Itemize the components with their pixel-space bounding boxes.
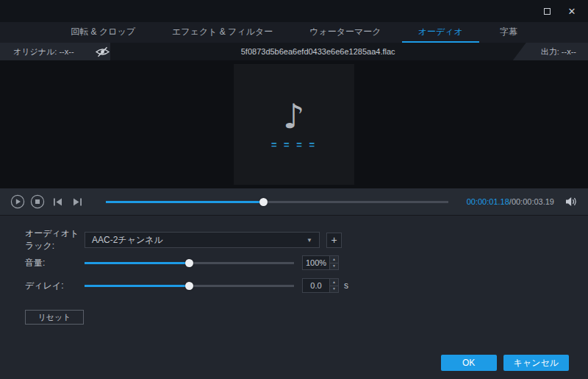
tab-bar: 回転 & クロップ エフェクト & フィルター ウォーターマーク オーディオ 字… bbox=[0, 22, 588, 43]
delay-spin-down-icon[interactable]: ▼ bbox=[330, 286, 338, 293]
close-icon: ✕ bbox=[568, 6, 576, 17]
filename: 5f0873d5b6ea6efd0433e6e6e1285aa4.flac bbox=[110, 43, 526, 60]
delay-fill bbox=[85, 285, 190, 287]
next-frame-icon bbox=[72, 197, 83, 207]
seek-thumb[interactable] bbox=[259, 198, 268, 206]
output-resolution-label: 出力: --x-- bbox=[529, 43, 588, 60]
delay-spinner: ▲ ▼ bbox=[329, 278, 339, 293]
chevron-down-icon: ▼ bbox=[306, 237, 312, 244]
preview-area: ♪ = = = = bbox=[0, 60, 588, 188]
reset-button[interactable]: リセット bbox=[25, 310, 84, 325]
speaker-icon bbox=[565, 196, 578, 207]
volume-spin-down-icon[interactable]: ▼ bbox=[330, 263, 338, 270]
time-display: 00:00:01.18/00:00:03.19 bbox=[467, 197, 554, 206]
player-bar: 00:00:01.18/00:00:03.19 bbox=[0, 188, 588, 215]
eye-off-icon[interactable] bbox=[95, 46, 110, 57]
original-resolution-label: オリジナル: --x-- bbox=[13, 46, 74, 57]
dialog-footer: OK キャンセル bbox=[25, 355, 588, 379]
stop-button[interactable] bbox=[30, 194, 45, 209]
audio-track-value: AAC-2チャンネル bbox=[92, 234, 306, 247]
delay-input-group: 0.0 ▲ ▼ bbox=[302, 278, 339, 293]
volume-thumb[interactable] bbox=[185, 259, 193, 267]
previous-frame-icon bbox=[52, 197, 63, 207]
add-track-button[interactable]: + bbox=[326, 233, 342, 248]
cancel-button[interactable]: キャンセル bbox=[503, 355, 569, 371]
close-button[interactable]: ✕ bbox=[563, 4, 581, 18]
delay-thumb[interactable] bbox=[185, 282, 193, 290]
maximize-icon bbox=[544, 8, 551, 15]
volume-spin-up-icon[interactable]: ▲ bbox=[330, 256, 338, 263]
titlebar: ✕ bbox=[0, 0, 588, 22]
tab-rotate-crop[interactable]: 回転 & クロップ bbox=[54, 22, 151, 43]
ok-button[interactable]: OK bbox=[441, 355, 497, 371]
audio-edit-dialog: ✕ 回転 & クロップ エフェクト & フィルター ウォーターマーク オーディオ… bbox=[0, 0, 588, 379]
volume-spinner: ▲ ▼ bbox=[329, 255, 339, 270]
audio-track-row: オーディオトラック: AAC-2チャンネル ▼ + bbox=[25, 232, 588, 248]
delay-slider[interactable] bbox=[85, 281, 294, 291]
tab-subtitle[interactable]: 字幕 bbox=[484, 22, 534, 43]
stop-icon bbox=[30, 194, 45, 209]
next-frame-button[interactable] bbox=[70, 194, 85, 209]
volume-label: 音量: bbox=[25, 257, 85, 269]
total-time: 00:00:03.19 bbox=[512, 197, 554, 206]
seek-progress bbox=[106, 201, 263, 203]
delay-label: ディレイ: bbox=[25, 280, 85, 292]
volume-row: 音量: 100% ▲ ▼ bbox=[25, 255, 588, 271]
volume-value-input[interactable]: 100% bbox=[302, 255, 329, 270]
equalizer-bars: = = = = bbox=[271, 139, 317, 150]
delay-row: ディレイ: 0.0 ▲ ▼ s bbox=[25, 277, 588, 294]
audio-thumbnail: ♪ = = = = bbox=[234, 64, 354, 185]
delay-spin-up-icon[interactable]: ▲ bbox=[330, 279, 338, 286]
volume-input-group: 100% ▲ ▼ bbox=[302, 255, 339, 270]
audio-track-label: オーディオトラック: bbox=[25, 227, 85, 252]
tab-audio[interactable]: オーディオ bbox=[402, 22, 479, 43]
current-time: 00:00:01.18 bbox=[467, 197, 509, 206]
volume-mute-button[interactable] bbox=[565, 196, 578, 207]
original-section: オリジナル: --x-- bbox=[0, 43, 110, 60]
volume-slider[interactable] bbox=[85, 258, 294, 268]
tab-effect-filter[interactable]: エフェクト & フィルター bbox=[156, 22, 289, 43]
tab-watermark[interactable]: ウォーターマーク bbox=[293, 22, 397, 43]
music-note-icon: ♪ bbox=[283, 99, 304, 133]
delay-unit-label: s bbox=[344, 280, 348, 291]
audio-track-select[interactable]: AAC-2チャンネル ▼ bbox=[85, 232, 320, 248]
audio-settings-panel: オーディオトラック: AAC-2チャンネル ▼ + 音量: 100% ▲ ▼ bbox=[0, 215, 588, 379]
delay-value-input[interactable]: 0.0 bbox=[302, 278, 329, 293]
seek-slider[interactable] bbox=[106, 197, 448, 207]
play-button[interactable] bbox=[10, 194, 25, 209]
maximize-button[interactable] bbox=[538, 4, 556, 18]
volume-fill bbox=[85, 262, 190, 264]
previous-frame-button[interactable] bbox=[50, 194, 65, 209]
file-info-bar: オリジナル: --x-- 5f0873d5b6ea6efd0433e6e6e12… bbox=[0, 43, 588, 60]
play-icon bbox=[10, 194, 25, 209]
